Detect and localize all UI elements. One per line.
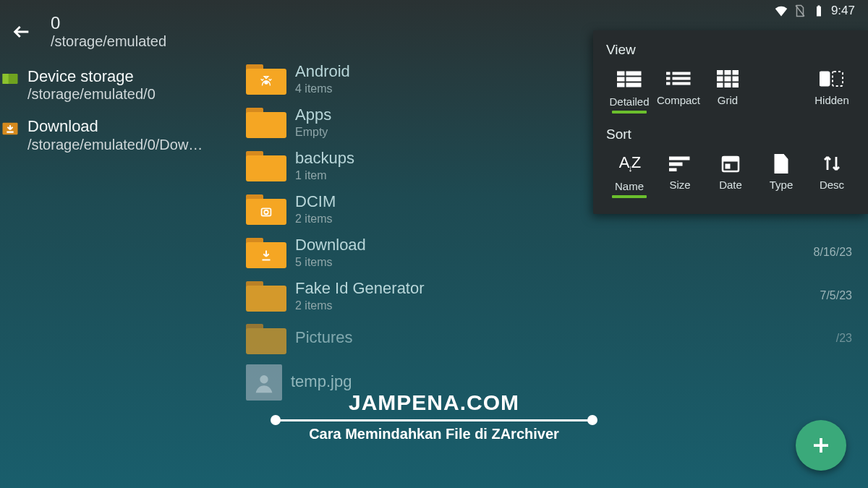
file-meta: 2 items <box>295 213 805 226</box>
svg-rect-25 <box>717 83 723 87</box>
grid-icon <box>712 68 743 90</box>
clock: 9:47 <box>831 4 855 18</box>
svg-rect-19 <box>717 70 723 74</box>
page-title: 0 <box>51 13 166 33</box>
svg-rect-18 <box>673 82 690 85</box>
option-label: Compact <box>657 94 700 106</box>
svg-rect-30 <box>669 157 689 160</box>
image-icon <box>246 364 282 401</box>
detailed-icon <box>614 68 644 90</box>
svg-rect-17 <box>673 77 690 80</box>
sort-desc-icon <box>817 153 847 174</box>
compact-icon <box>663 68 694 90</box>
view-hidden[interactable]: Hidden <box>809 65 855 116</box>
status-bar: 9:47 <box>762 0 868 22</box>
folder-icon <box>246 63 286 95</box>
wifi-icon <box>775 4 788 17</box>
file-date: /23 <box>836 332 858 345</box>
svg-rect-9 <box>617 83 624 87</box>
file-icon <box>766 153 796 174</box>
svg-rect-24 <box>733 77 739 81</box>
sidebar-item-path: /storage/emulated/0 <box>27 86 156 103</box>
sort-alpha-icon: A↓Z <box>614 153 644 174</box>
folder-icon <box>246 322 286 354</box>
folder-icon <box>246 150 286 181</box>
svg-rect-35 <box>726 164 730 168</box>
svg-rect-21 <box>733 70 739 74</box>
option-label: Date <box>719 179 742 191</box>
file-meta: 5 items <box>295 256 805 269</box>
svg-rect-20 <box>725 70 731 74</box>
svg-rect-16 <box>673 72 690 74</box>
svg-point-3 <box>264 80 268 85</box>
svg-rect-22 <box>717 77 723 81</box>
option-label: Type <box>770 179 793 191</box>
list-item[interactable]: temp.jpg <box>246 359 858 406</box>
svg-rect-8 <box>617 77 624 81</box>
file-name: Fake Id Generator <box>295 279 812 298</box>
option-label: Name <box>615 180 644 192</box>
svg-point-6 <box>260 375 268 383</box>
option-label: Grid <box>718 94 738 106</box>
sort-type[interactable]: Type <box>758 150 804 201</box>
view-grid[interactable]: Grid <box>705 65 751 116</box>
sidebar: Device storage /storage/emulated/0 Downl… <box>0 57 246 480</box>
sort-name[interactable]: A↓Z Name <box>606 150 652 201</box>
svg-rect-31 <box>669 163 682 166</box>
battery-icon <box>812 4 825 17</box>
sidebar-item-path: /storage/emulated/0/Dow… <box>27 137 203 153</box>
file-date: 8/16/23 <box>814 246 858 259</box>
view-sort-menu: View Detailed Compact Grid Hidden Sort A… <box>593 30 868 214</box>
folder-icon <box>246 106 286 138</box>
sidebar-item-download[interactable]: Download /storage/emulated/0/Dow… <box>0 113 246 163</box>
sort-size-icon <box>665 153 695 174</box>
list-item[interactable]: Download5 items 8/16/23 <box>246 231 858 274</box>
sidebar-item-label: Device storage <box>27 67 156 86</box>
option-label: Size <box>669 179 690 191</box>
svg-rect-10 <box>626 72 641 75</box>
storage-icon <box>0 69 20 89</box>
svg-rect-28 <box>820 72 830 86</box>
svg-rect-7 <box>617 72 624 75</box>
svg-rect-32 <box>669 168 676 171</box>
no-sim-icon <box>793 4 807 17</box>
sort-heading: Sort <box>606 127 855 142</box>
hidden-icon <box>817 68 847 90</box>
sidebar-item-label: Download <box>27 117 203 136</box>
svg-rect-1 <box>3 74 9 84</box>
file-name: Download <box>295 236 805 254</box>
option-label: Hidden <box>814 94 849 106</box>
download-icon <box>0 119 20 139</box>
breadcrumb: /storage/emulated <box>51 33 166 50</box>
sort-desc[interactable]: Desc <box>809 150 855 201</box>
sort-date[interactable]: Date <box>707 150 754 201</box>
svg-point-5 <box>264 210 268 215</box>
add-button[interactable] <box>796 420 846 471</box>
folder-icon <box>246 280 286 312</box>
option-label: Detailed <box>609 95 649 108</box>
file-date: 7/5/23 <box>820 289 858 302</box>
list-item[interactable]: Fake Id Generator2 items 7/5/23 <box>246 274 858 317</box>
svg-rect-29 <box>833 72 843 86</box>
view-heading: View <box>606 42 855 58</box>
file-name: temp.jpg <box>291 372 843 391</box>
back-button[interactable] <box>10 20 33 43</box>
svg-rect-27 <box>733 83 739 87</box>
list-item[interactable]: Pictures /23 <box>246 317 858 359</box>
svg-rect-34 <box>723 157 739 161</box>
calendar-icon <box>715 153 746 174</box>
svg-rect-23 <box>725 77 731 81</box>
file-meta: 2 items <box>295 299 812 312</box>
svg-rect-12 <box>626 83 641 87</box>
sort-size[interactable]: Size <box>657 150 703 201</box>
folder-icon <box>246 193 286 225</box>
view-compact[interactable]: Compact <box>655 65 702 116</box>
svg-rect-11 <box>626 77 641 81</box>
folder-icon <box>246 236 286 268</box>
option-label: Desc <box>820 179 844 191</box>
svg-rect-26 <box>725 83 731 87</box>
file-name: Pictures <box>295 328 827 347</box>
view-detailed[interactable]: Detailed <box>606 65 652 116</box>
svg-rect-13 <box>666 72 670 74</box>
sidebar-item-device-storage[interactable]: Device storage /storage/emulated/0 <box>0 63 246 113</box>
